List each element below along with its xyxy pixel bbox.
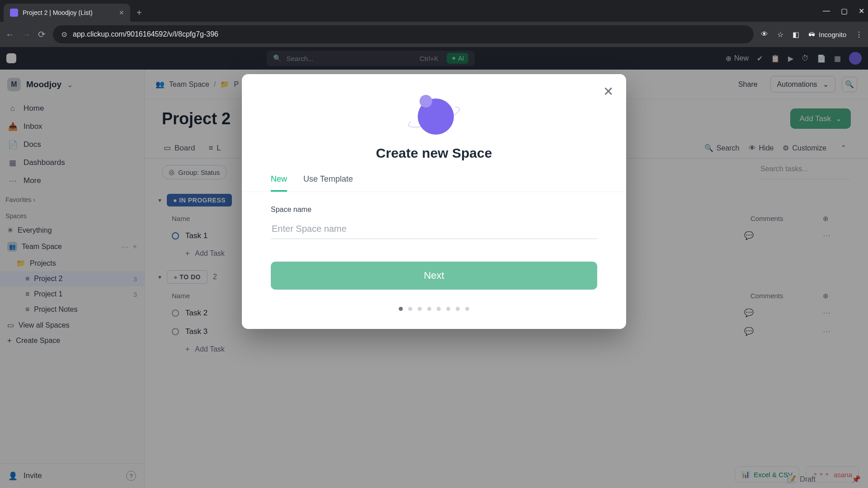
step-dot[interactable] [437,307,441,311]
modal-body: Space name Next [242,192,626,294]
close-window-icon[interactable]: ✕ [859,7,864,15]
step-dot[interactable] [408,307,412,311]
panel-icon[interactable]: ◧ [793,30,799,39]
tab-close-icon[interactable]: × [119,8,124,18]
create-space-modal: ✕ Create new Space New Use Template Spac… [242,74,626,329]
url-bar[interactable]: ⚙ app.clickup.com/9016164592/v/l/8cpfg7g… [53,25,754,43]
new-tab-button[interactable]: + [137,8,142,18]
incognito-icon: 🕶 [808,31,815,38]
incognito-badge: 🕶 Incognito [808,31,846,38]
reload-icon[interactable]: ⟳ [38,29,46,40]
step-dot[interactable] [427,307,431,311]
back-icon[interactable]: ← [5,29,14,40]
step-dot[interactable] [465,307,469,311]
maximize-icon[interactable]: ▢ [841,7,848,15]
next-button[interactable]: Next [271,262,597,290]
step-dot[interactable] [399,307,403,311]
step-dot[interactable] [446,307,450,311]
eye-off-icon[interactable]: 👁 [761,30,768,38]
step-dots [242,307,626,311]
close-icon[interactable]: ✕ [603,84,613,99]
url-text: app.clickup.com/9016164592/v/l/8cpfg7g-3… [73,30,218,38]
favicon [10,9,18,17]
forward-icon[interactable]: → [22,29,31,40]
incognito-label: Incognito [819,31,846,38]
planet-illustration [411,92,457,137]
modal-tabs: New Use Template [242,161,626,192]
modal-backdrop[interactable]: ✕ Create new Space New Use Template Spac… [0,47,868,488]
browser-tab-bar: Project 2 | Moodjoy (List) × + ― ▢ ✕ [0,0,868,22]
step-dot[interactable] [418,307,422,311]
step-dot[interactable] [456,307,460,311]
modal-title: Create new Space [376,145,492,161]
bookmark-icon[interactable]: ☆ [777,30,783,39]
space-name-label: Space name [271,206,597,214]
modal-tab-template[interactable]: Use Template [303,174,353,192]
browser-toolbar: ← → ⟳ ⚙ app.clickup.com/9016164592/v/l/8… [0,22,868,47]
kebab-icon[interactable]: ⋮ [855,30,863,39]
minimize-icon[interactable]: ― [823,7,830,15]
space-name-input[interactable] [271,219,597,239]
site-settings-icon[interactable]: ⚙ [61,30,67,39]
tab-title: Project 2 | Moodjoy (List) [23,9,114,16]
modal-hero: Create new Space [242,92,626,161]
browser-tab[interactable]: Project 2 | Moodjoy (List) × [4,4,130,22]
window-controls: ― ▢ ✕ [823,7,864,15]
modal-tab-new[interactable]: New [271,174,287,192]
